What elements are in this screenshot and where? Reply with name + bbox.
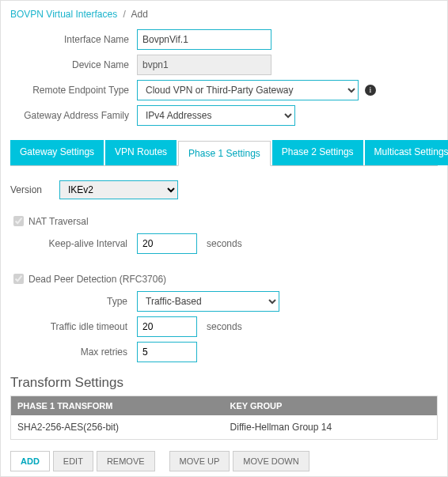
remote-endpoint-label: Remote Endpoint Type [10, 85, 137, 96]
idle-timeout-label: Traffic idle timeout [10, 321, 137, 332]
col-phase1-transform: PHASE 1 TRANSFORM [11, 396, 224, 416]
transform-settings-title: Transform Settings [10, 375, 438, 391]
edit-button[interactable]: EDIT [53, 451, 93, 471]
add-button[interactable]: ADD [10, 451, 50, 471]
keepalive-input[interactable] [137, 233, 197, 254]
dpd-type-label: Type [10, 296, 137, 307]
nat-traversal-checkbox [13, 216, 24, 226]
interface-name-label: Interface Name [10, 34, 137, 45]
move-up-button[interactable]: MOVE UP [169, 451, 230, 471]
breadcrumb: BOVPN Virtual Interfaces / Add [10, 9, 438, 20]
idle-timeout-input[interactable] [137, 316, 197, 337]
table-row[interactable]: SHA2-256-AES(256-bit) Diffie-Hellman Gro… [11, 415, 438, 440]
device-name-input [137, 55, 271, 75]
version-label: Version [10, 184, 59, 195]
info-icon[interactable]: i [365, 85, 376, 96]
keepalive-unit: seconds [207, 238, 242, 249]
breadcrumb-current: Add [131, 9, 148, 20]
breadcrumb-sep: / [123, 9, 126, 20]
tab-gateway-settings[interactable]: Gateway Settings [10, 140, 104, 165]
dpd-checkbox [13, 274, 24, 284]
dpd-label: Dead Peer Detection (RFC3706) [28, 274, 166, 285]
dpd-type-select[interactable]: Traffic-Based [137, 291, 279, 312]
version-select[interactable]: IKEv2 [59, 180, 178, 199]
tab-vpn-routes[interactable]: VPN Routes [105, 140, 177, 165]
tab-phase2-settings[interactable]: Phase 2 Settings [272, 140, 363, 165]
tab-bar: Gateway Settings VPN Routes Phase 1 Sett… [10, 140, 438, 165]
gateway-family-label: Gateway Address Family [10, 110, 137, 121]
idle-timeout-unit: seconds [207, 321, 242, 332]
col-key-group: KEY GROUP [224, 396, 438, 416]
max-retries-input[interactable] [137, 342, 197, 362]
move-down-button[interactable]: MOVE DOWN [233, 451, 309, 471]
nat-traversal-label: NAT Traversal [28, 216, 89, 227]
max-retries-label: Max retries [10, 346, 137, 358]
breadcrumb-root[interactable]: BOVPN Virtual Interfaces [10, 9, 117, 20]
cell-transform: SHA2-256-AES(256-bit) [11, 415, 224, 440]
cell-keygroup: Diffie-Hellman Group 14 [224, 415, 438, 440]
interface-name-input[interactable] [137, 29, 271, 50]
device-name-label: Device Name [10, 59, 137, 70]
remote-endpoint-select[interactable]: Cloud VPN or Third-Party Gateway [137, 80, 359, 100]
tab-phase1-settings[interactable]: Phase 1 Settings [178, 141, 271, 166]
tab-multicast-settings[interactable]: Multicast Settings [365, 140, 448, 165]
keepalive-label: Keep-alive Interval [10, 238, 137, 249]
remove-button[interactable]: REMOVE [97, 451, 155, 471]
gateway-family-select[interactable]: IPv4 Addresses [137, 105, 295, 126]
transform-table: PHASE 1 TRANSFORM KEY GROUP SHA2-256-AES… [10, 396, 438, 440]
